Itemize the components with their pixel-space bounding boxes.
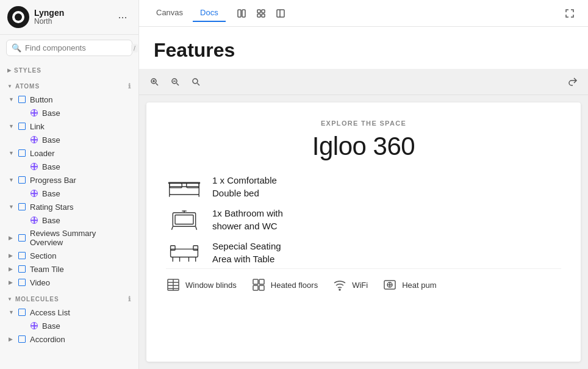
loader-base-icon [29,162,39,171]
logo-icon [7,6,29,28]
reviews-summary-arrow: ▶ [9,235,17,241]
sidebar-item-loader-base[interactable]: Base [2,160,136,173]
sidebar-item-loader[interactable]: ▼ Loader [2,146,136,160]
svg-rect-24 [168,182,200,184]
feature-row-bed: 1 x Comfortable Double bed [166,173,561,200]
feature-row-seating: Sepecial Seating Area with Table [166,239,561,266]
canvas-content: EXPLORE THE SPACE Igloo 360 [146,102,581,362]
svg-rect-18 [170,183,182,187]
zoom-out-button[interactable] [167,74,183,90]
zoom-in-button[interactable] [146,74,162,90]
button-frame-icon [17,95,27,104]
atoms-arrow[interactable]: ▼ [7,84,13,89]
bathroom-icon [166,206,203,233]
window-blinds-label: Window blinds [185,281,237,290]
amenity-heat-pump: Heat pum [382,278,436,292]
page-title-bar: Features [139,27,588,69]
heated-floors-label: Heated floors [271,281,318,290]
tab-docs[interactable]: Docs [193,4,226,22]
styles-arrow[interactable]: ▶ [7,68,12,73]
reviews-summary-frame-icon [17,233,27,243]
button-arrow: ▼ [9,96,17,102]
access-list-arrow: ▼ [9,309,17,315]
sidebar: Lyngen North ··· 🔍 / ▶ STYLES ▼ ATOMS ℹ … [0,0,139,369]
tab-icons [233,5,289,22]
rating-stars-base-icon [29,215,39,225]
link-frame-icon [17,121,27,131]
link-arrow: ▼ [9,123,17,129]
page-title: Features [154,39,573,62]
video-label: Video [30,278,50,287]
molecules-arrow[interactable]: ▼ [7,296,13,302]
sidebar-item-link-base[interactable]: Base [2,133,136,146]
sidebar-item-button-base[interactable]: Base [2,106,136,120]
sidebar-item-accordion[interactable]: ▶ Accordion [2,332,136,346]
sidebar-item-rating-stars-base[interactable]: Base [2,213,136,227]
sidebar-item-reviews-summary[interactable]: ▶ Reviews Summary Overview [2,227,136,249]
wifi-icon [332,278,347,292]
sidebar-item-progress-bar-base[interactable]: Base [2,187,136,200]
sidebar-item-button[interactable]: ▼ Button [2,93,136,106]
accordion-arrow: ▶ [9,336,17,342]
sidebar-item-team-tile[interactable]: ▶ Team Tile [2,262,136,276]
sidebar-item-video[interactable]: ▶ Video [2,276,136,289]
canvas-toolbar [139,69,588,95]
heat-pump-icon [382,278,397,292]
svg-line-30 [196,226,197,230]
tab-group: Canvas Docs [149,4,289,22]
wifi-label: WiFi [352,281,368,290]
amenities-row: Window blinds Heated floors [166,268,561,292]
view-icon-1[interactable] [233,5,250,22]
section-arrow: ▶ [9,253,17,259]
tab-canvas[interactable]: Canvas [149,4,190,22]
svg-point-15 [193,79,198,84]
molecules-label: MOLECULES [15,296,59,303]
sidebar-item-progress-bar[interactable]: ▼ Progress Bar [2,173,136,187]
loader-label: Loader [30,149,54,158]
loader-base-label: Base [42,162,60,171]
heat-pump-label: Heat pum [402,281,436,290]
link-base-label: Base [42,135,60,145]
svg-rect-6 [277,10,284,17]
sidebar-item-rating-stars[interactable]: ▼ Rating Stars [2,200,136,213]
access-list-base-icon [29,321,39,331]
styles-section-label: ▶ STYLES [0,61,138,76]
feature-bed-line2: Double bed [212,188,259,198]
feature-bed-line1: 1 x Comfortable [212,175,277,185]
sidebar-item-access-list[interactable]: ▼ Access List [2,306,136,319]
fullscreen-button[interactable] [561,5,578,22]
logo-area: Lyngen North [7,6,64,28]
rating-stars-frame-icon [17,202,27,212]
more-button[interactable]: ··· [114,9,131,26]
view-icon-2[interactable] [253,5,270,22]
link-label: Link [30,122,45,131]
reviews-summary-label: Reviews Summary Overview [30,229,131,247]
sidebar-item-link[interactable]: ▼ Link [2,120,136,133]
top-bar: Canvas Docs [139,0,588,27]
bed-icon [166,173,203,200]
feature-bathroom-line2: shower and WC [212,221,278,231]
svg-rect-43 [253,279,258,284]
feature-text-bathroom: 1x Bathroom with shower and WC [212,207,283,232]
progress-bar-frame-icon [17,175,27,185]
search-input[interactable] [25,43,127,52]
access-list-frame-icon [17,307,27,317]
share-button[interactable] [565,74,581,90]
progress-bar-base-icon [29,188,39,198]
sidebar-item-access-list-base[interactable]: Base [2,319,136,332]
team-tile-frame-icon [17,264,27,274]
zoom-reset-button[interactable] [188,74,204,90]
main-content: Canvas Docs [139,0,588,369]
features-list: 1 x Comfortable Double bed [166,173,561,266]
explore-label: EXPLORE THE SPACE [166,120,561,127]
sidebar-item-section[interactable]: ▶ Section [2,249,136,262]
svg-rect-46 [259,285,264,290]
button-label: Button [30,95,53,104]
view-icon-3[interactable] [272,5,289,22]
seating-icon [166,239,203,266]
access-list-base-label: Base [42,321,60,331]
feature-text-bed: 1 x Comfortable Double bed [212,174,277,199]
product-title: Igloo 360 [166,132,561,161]
video-frame-icon [17,278,27,287]
section-item-label: Section [30,251,56,260]
